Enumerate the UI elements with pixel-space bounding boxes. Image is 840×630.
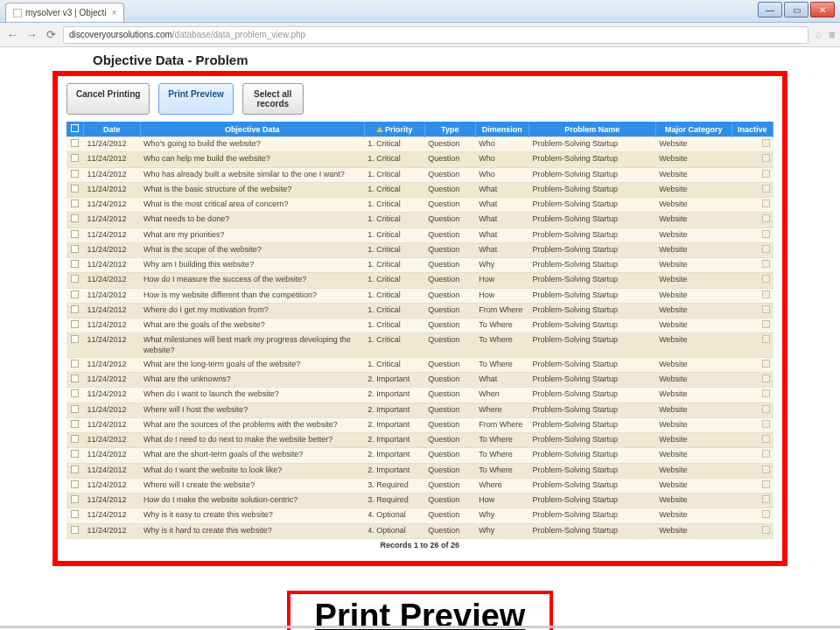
- cell-inactive[interactable]: [732, 258, 773, 273]
- row-checkbox[interactable]: [66, 357, 83, 372]
- bookmark-star-icon[interactable]: ☆: [814, 29, 823, 41]
- print-preview-button[interactable]: Print Preview: [158, 83, 233, 115]
- address-bar[interactable]: discoveryoursolutions.com/database/data_…: [63, 26, 808, 44]
- row-checkbox[interactable]: [66, 333, 83, 358]
- cell-inactive[interactable]: [732, 494, 773, 508]
- cell-inactive[interactable]: [732, 167, 773, 182]
- browser-tab[interactable]: mysolver v3 | Objecti ×: [5, 3, 124, 22]
- row-checkbox[interactable]: [66, 388, 83, 402]
- cell-inactive[interactable]: [732, 373, 773, 388]
- cell-inactive[interactable]: [732, 213, 773, 228]
- header-problem[interactable]: Problem Name: [528, 122, 655, 137]
- row-checkbox[interactable]: [66, 242, 83, 257]
- cell-inactive[interactable]: [732, 508, 773, 523]
- row-checkbox[interactable]: [66, 508, 83, 523]
- table-row[interactable]: 11/24/2012What is the basic structure of…: [66, 182, 774, 197]
- row-checkbox[interactable]: [66, 228, 83, 242]
- table-row[interactable]: 11/24/2012What are my priorities?1. Crit…: [66, 228, 774, 242]
- cell-inactive[interactable]: [732, 433, 773, 448]
- cancel-printing-button[interactable]: Cancel Printing: [66, 83, 150, 115]
- window-close-button[interactable]: ✕: [810, 2, 835, 18]
- header-category[interactable]: Major Category: [655, 122, 732, 137]
- cell-inactive[interactable]: [732, 273, 773, 288]
- window-maximize-button[interactable]: ▭: [784, 2, 808, 18]
- table-row[interactable]: 11/24/2012What are the unknowns?2. Impor…: [66, 373, 774, 388]
- table-row[interactable]: 11/24/2012Where do I get my motivation f…: [66, 303, 774, 318]
- header-priority[interactable]: Priority: [364, 122, 424, 137]
- table-row[interactable]: 11/24/2012How is my website different th…: [66, 288, 774, 303]
- cell-inactive[interactable]: [732, 228, 773, 242]
- row-checkbox[interactable]: [66, 402, 83, 417]
- cell-inactive[interactable]: [732, 388, 773, 402]
- cell-inactive[interactable]: [732, 198, 773, 213]
- back-icon[interactable]: ←: [5, 28, 19, 41]
- row-checkbox[interactable]: [66, 463, 83, 478]
- cell-inactive[interactable]: [732, 448, 773, 463]
- table-row[interactable]: 11/24/2012What is the scope of the websi…: [66, 242, 774, 257]
- header-checkbox[interactable]: [66, 122, 83, 137]
- table-row[interactable]: 11/24/2012Why is it easy to create this …: [66, 508, 774, 523]
- row-checkbox[interactable]: [66, 152, 83, 167]
- table-row[interactable]: 11/24/2012Where will I host the website?…: [66, 402, 774, 417]
- cell-inactive[interactable]: [732, 333, 773, 358]
- table-row[interactable]: 11/24/2012What milestones will best mark…: [66, 333, 774, 358]
- row-checkbox[interactable]: [66, 417, 83, 432]
- row-checkbox[interactable]: [66, 523, 83, 538]
- row-checkbox[interactable]: [66, 494, 83, 508]
- cell-inactive[interactable]: [732, 242, 773, 257]
- table-row[interactable]: 11/24/2012What are the sources of the pr…: [66, 417, 774, 432]
- table-row[interactable]: 11/24/2012What are the long-term goals o…: [66, 357, 774, 372]
- table-row[interactable]: 11/24/2012Why is it hard to create this …: [66, 523, 774, 538]
- row-checkbox[interactable]: [66, 213, 83, 228]
- row-checkbox[interactable]: [66, 288, 83, 303]
- row-checkbox[interactable]: [66, 258, 83, 273]
- reload-icon[interactable]: ⟳: [44, 28, 58, 41]
- table-row[interactable]: 11/24/2012What do I need to do next to m…: [66, 433, 774, 448]
- cell-inactive[interactable]: [732, 417, 773, 432]
- header-type[interactable]: Type: [424, 122, 475, 137]
- header-inactive[interactable]: Inactive: [732, 122, 773, 137]
- forward-icon[interactable]: →: [24, 28, 38, 41]
- cell-inactive[interactable]: [732, 303, 773, 318]
- table-row[interactable]: 11/24/2012What are the short-term goals …: [66, 448, 774, 463]
- header-dimension[interactable]: Dimension: [475, 122, 528, 137]
- cell-inactive[interactable]: [732, 182, 773, 197]
- table-row[interactable]: 11/24/2012What is the most critical area…: [66, 198, 774, 213]
- cell-inactive[interactable]: [732, 463, 773, 478]
- row-checkbox[interactable]: [66, 433, 83, 448]
- table-row[interactable]: 11/24/2012Who can help me build the webs…: [66, 152, 774, 167]
- cell-inactive[interactable]: [732, 318, 773, 333]
- cell-inactive[interactable]: [732, 152, 773, 167]
- row-checkbox[interactable]: [66, 318, 83, 333]
- row-checkbox[interactable]: [66, 198, 83, 213]
- chrome-menu-icon[interactable]: ≡: [829, 29, 835, 41]
- cell-inactive[interactable]: [732, 523, 773, 538]
- table-row[interactable]: 11/24/2012Where will I create the websit…: [66, 478, 774, 493]
- table-row[interactable]: 11/24/2012Who's going to build the websi…: [66, 137, 774, 152]
- window-minimize-button[interactable]: ―: [758, 2, 782, 18]
- table-row[interactable]: 11/24/2012What do I want the website to …: [66, 463, 774, 478]
- cell-inactive[interactable]: [732, 137, 773, 152]
- table-row[interactable]: 11/24/2012When do I want to launch the w…: [66, 388, 774, 402]
- header-objective[interactable]: Objective Data: [140, 122, 364, 137]
- table-row[interactable]: 11/24/2012Who has already built a websit…: [66, 167, 774, 182]
- header-date[interactable]: Date: [83, 122, 140, 137]
- row-checkbox[interactable]: [66, 373, 83, 388]
- table-row[interactable]: 11/24/2012What needs to be done?1. Criti…: [66, 213, 774, 228]
- row-checkbox[interactable]: [66, 448, 83, 463]
- table-row[interactable]: 11/24/2012How do I measure the success o…: [66, 273, 774, 288]
- cell-inactive[interactable]: [732, 402, 773, 417]
- row-checkbox[interactable]: [66, 137, 83, 152]
- row-checkbox[interactable]: [66, 303, 83, 318]
- select-all-records-button[interactable]: Select all records: [242, 83, 304, 115]
- cell-inactive[interactable]: [732, 288, 773, 303]
- row-checkbox[interactable]: [66, 167, 83, 182]
- row-checkbox[interactable]: [66, 182, 83, 197]
- cell-inactive[interactable]: [732, 357, 773, 372]
- cell-inactive[interactable]: [732, 478, 773, 493]
- row-checkbox[interactable]: [66, 478, 83, 493]
- table-row[interactable]: 11/24/2012What are the goals of the webs…: [66, 318, 774, 333]
- table-row[interactable]: 11/24/2012Why am I building this website…: [66, 258, 774, 273]
- tab-close-icon[interactable]: ×: [112, 8, 117, 18]
- table-row[interactable]: 11/24/2012How do I make the website solu…: [66, 494, 774, 508]
